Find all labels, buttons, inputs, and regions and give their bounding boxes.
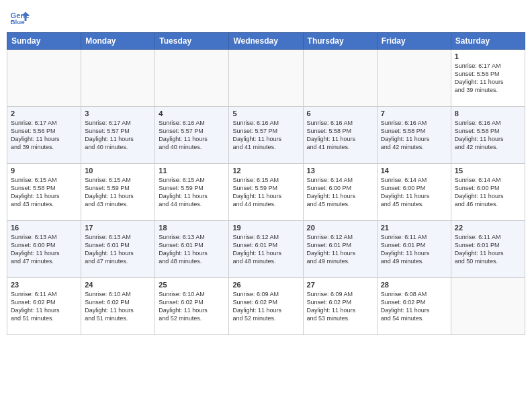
day-info: Sunrise: 6:09 AM Sunset: 6:02 PM Dayligh… xyxy=(232,290,299,323)
calendar-cell: 15Sunrise: 6:14 AM Sunset: 6:00 PM Dayli… xyxy=(451,164,525,221)
day-number: 1 xyxy=(455,52,521,60)
day-number: 21 xyxy=(381,224,447,232)
day-info: Sunrise: 6:15 AM Sunset: 5:59 PM Dayligh… xyxy=(159,176,225,209)
day-info: Sunrise: 6:15 AM Sunset: 5:58 PM Dayligh… xyxy=(11,176,77,209)
logo-icon: General Blue xyxy=(9,7,30,27)
calendar-cell: 16Sunrise: 6:13 AM Sunset: 6:00 PM Dayli… xyxy=(7,221,81,278)
calendar-cell: 22Sunrise: 6:11 AM Sunset: 6:01 PM Dayli… xyxy=(451,221,525,278)
week-row-2: 2Sunrise: 6:17 AM Sunset: 5:56 PM Daylig… xyxy=(7,107,525,164)
weekday-header-wednesday: Wednesday xyxy=(229,33,303,50)
day-info: Sunrise: 6:14 AM Sunset: 6:00 PM Dayligh… xyxy=(307,176,373,209)
weekday-header-row: SundayMondayTuesdayWednesdayThursdayFrid… xyxy=(7,33,525,50)
day-info: Sunrise: 6:10 AM Sunset: 6:02 PM Dayligh… xyxy=(85,290,151,323)
weekday-header-monday: Monday xyxy=(81,33,155,50)
day-number: 12 xyxy=(232,167,299,175)
calendar-cell: 12Sunrise: 6:15 AM Sunset: 5:59 PM Dayli… xyxy=(229,164,303,221)
day-number: 17 xyxy=(85,224,151,232)
day-number: 15 xyxy=(455,167,521,175)
day-number: 10 xyxy=(85,167,151,175)
week-row-1: 1Sunrise: 6:17 AM Sunset: 5:56 PM Daylig… xyxy=(7,50,525,107)
calendar-table: SundayMondayTuesdayWednesdayThursdayFrid… xyxy=(7,32,525,335)
calendar-cell xyxy=(155,50,229,107)
day-info: Sunrise: 6:11 AM Sunset: 6:02 PM Dayligh… xyxy=(11,290,77,323)
calendar-cell: 13Sunrise: 6:14 AM Sunset: 6:00 PM Dayli… xyxy=(303,164,377,221)
day-info: Sunrise: 6:17 AM Sunset: 5:56 PM Dayligh… xyxy=(11,119,77,152)
calendar-cell: 24Sunrise: 6:10 AM Sunset: 6:02 PM Dayli… xyxy=(81,278,155,335)
calendar-cell: 11Sunrise: 6:15 AM Sunset: 5:59 PM Dayli… xyxy=(155,164,229,221)
day-number: 18 xyxy=(159,224,225,232)
weekday-header-sunday: Sunday xyxy=(7,33,81,50)
day-number: 7 xyxy=(381,109,447,118)
day-info: Sunrise: 6:12 AM Sunset: 6:01 PM Dayligh… xyxy=(307,233,373,266)
day-info: Sunrise: 6:11 AM Sunset: 6:01 PM Dayligh… xyxy=(381,233,447,266)
weekday-header-tuesday: Tuesday xyxy=(155,33,229,50)
day-number: 19 xyxy=(232,224,299,232)
day-number: 20 xyxy=(307,224,373,232)
calendar-cell: 23Sunrise: 6:11 AM Sunset: 6:02 PM Dayli… xyxy=(7,278,81,335)
day-number: 2 xyxy=(11,109,77,118)
calendar-cell: 5Sunrise: 6:16 AM Sunset: 5:57 PM Daylig… xyxy=(229,107,303,164)
weekday-header-friday: Friday xyxy=(377,33,451,50)
day-number: 16 xyxy=(11,224,77,232)
day-info: Sunrise: 6:08 AM Sunset: 6:02 PM Dayligh… xyxy=(381,290,447,323)
calendar-cell: 19Sunrise: 6:12 AM Sunset: 6:01 PM Dayli… xyxy=(229,221,303,278)
day-info: Sunrise: 6:10 AM Sunset: 6:02 PM Dayligh… xyxy=(159,290,225,323)
day-info: Sunrise: 6:17 AM Sunset: 5:56 PM Dayligh… xyxy=(455,62,521,95)
calendar-cell: 27Sunrise: 6:09 AM Sunset: 6:02 PM Dayli… xyxy=(303,278,377,335)
day-info: Sunrise: 6:16 AM Sunset: 5:58 PM Dayligh… xyxy=(307,119,373,152)
week-row-5: 23Sunrise: 6:11 AM Sunset: 6:02 PM Dayli… xyxy=(7,278,525,335)
calendar-cell xyxy=(451,278,525,335)
day-number: 8 xyxy=(455,109,521,118)
day-number: 9 xyxy=(11,167,77,175)
calendar-cell xyxy=(377,50,451,107)
calendar-cell xyxy=(7,50,81,107)
calendar-cell: 25Sunrise: 6:10 AM Sunset: 6:02 PM Dayli… xyxy=(155,278,229,335)
calendar-cell xyxy=(81,50,155,107)
calendar-cell: 28Sunrise: 6:08 AM Sunset: 6:02 PM Dayli… xyxy=(377,278,451,335)
calendar-cell: 7Sunrise: 6:16 AM Sunset: 5:58 PM Daylig… xyxy=(377,107,451,164)
day-number: 11 xyxy=(159,167,225,175)
day-info: Sunrise: 6:17 AM Sunset: 5:57 PM Dayligh… xyxy=(85,119,151,152)
calendar-cell: 26Sunrise: 6:09 AM Sunset: 6:02 PM Dayli… xyxy=(229,278,303,335)
day-info: Sunrise: 6:16 AM Sunset: 5:58 PM Dayligh… xyxy=(381,119,447,152)
day-number: 13 xyxy=(307,167,373,175)
calendar-cell: 3Sunrise: 6:17 AM Sunset: 5:57 PM Daylig… xyxy=(81,107,155,164)
calendar-cell xyxy=(229,50,303,107)
svg-text:Blue: Blue xyxy=(11,18,26,26)
day-number: 25 xyxy=(159,281,225,289)
day-info: Sunrise: 6:09 AM Sunset: 6:02 PM Dayligh… xyxy=(307,290,373,323)
calendar-cell: 4Sunrise: 6:16 AM Sunset: 5:57 PM Daylig… xyxy=(155,107,229,164)
weekday-header-thursday: Thursday xyxy=(303,33,377,50)
calendar-cell: 21Sunrise: 6:11 AM Sunset: 6:01 PM Dayli… xyxy=(377,221,451,278)
day-info: Sunrise: 6:16 AM Sunset: 5:57 PM Dayligh… xyxy=(232,119,299,152)
day-number: 4 xyxy=(159,109,225,118)
calendar-cell: 17Sunrise: 6:13 AM Sunset: 6:01 PM Dayli… xyxy=(81,221,155,278)
day-info: Sunrise: 6:13 AM Sunset: 6:01 PM Dayligh… xyxy=(159,233,225,266)
weekday-header-saturday: Saturday xyxy=(451,33,525,50)
week-row-3: 9Sunrise: 6:15 AM Sunset: 5:58 PM Daylig… xyxy=(7,164,525,221)
page-header: General Blue xyxy=(7,7,525,27)
calendar-cell: 2Sunrise: 6:17 AM Sunset: 5:56 PM Daylig… xyxy=(7,107,81,164)
day-info: Sunrise: 6:13 AM Sunset: 6:00 PM Dayligh… xyxy=(11,233,77,266)
day-number: 27 xyxy=(307,281,373,289)
day-number: 5 xyxy=(232,109,299,118)
calendar-cell: 6Sunrise: 6:16 AM Sunset: 5:58 PM Daylig… xyxy=(303,107,377,164)
logo: General Blue xyxy=(9,7,30,27)
day-info: Sunrise: 6:15 AM Sunset: 5:59 PM Dayligh… xyxy=(232,176,299,209)
day-number: 14 xyxy=(381,167,447,175)
day-info: Sunrise: 6:15 AM Sunset: 5:59 PM Dayligh… xyxy=(85,176,151,209)
day-number: 24 xyxy=(85,281,151,289)
day-number: 26 xyxy=(232,281,299,289)
calendar-cell: 18Sunrise: 6:13 AM Sunset: 6:01 PM Dayli… xyxy=(155,221,229,278)
day-number: 28 xyxy=(381,281,447,289)
calendar-cell: 9Sunrise: 6:15 AM Sunset: 5:58 PM Daylig… xyxy=(7,164,81,221)
day-info: Sunrise: 6:12 AM Sunset: 6:01 PM Dayligh… xyxy=(232,233,299,266)
calendar-cell: 10Sunrise: 6:15 AM Sunset: 5:59 PM Dayli… xyxy=(81,164,155,221)
week-row-4: 16Sunrise: 6:13 AM Sunset: 6:00 PM Dayli… xyxy=(7,221,525,278)
day-number: 23 xyxy=(11,281,77,289)
day-info: Sunrise: 6:14 AM Sunset: 6:00 PM Dayligh… xyxy=(381,176,447,209)
day-info: Sunrise: 6:11 AM Sunset: 6:01 PM Dayligh… xyxy=(455,233,521,266)
day-number: 3 xyxy=(85,109,151,118)
day-info: Sunrise: 6:16 AM Sunset: 5:57 PM Dayligh… xyxy=(159,119,225,152)
calendar-cell: 14Sunrise: 6:14 AM Sunset: 6:00 PM Dayli… xyxy=(377,164,451,221)
